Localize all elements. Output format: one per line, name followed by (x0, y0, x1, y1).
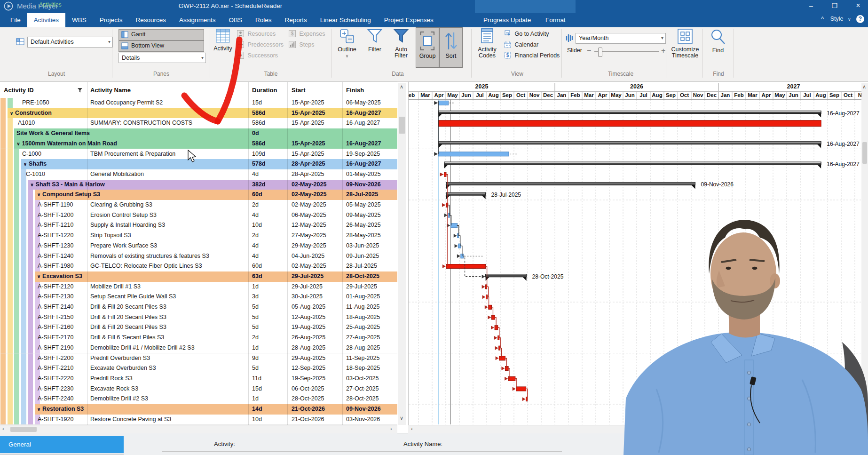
predecessors-button[interactable]: Predecessors (237, 41, 284, 51)
svg-text:Sep: Sep (502, 92, 512, 98)
slider-minus[interactable]: − (587, 47, 591, 55)
table-row[interactable]: A-SHFT-2210Excavate Overburden S35d12-Se… (0, 363, 397, 374)
table-row[interactable]: C-1010General Mobilization4d28-Apr-20250… (0, 169, 397, 180)
style-dropdown-icon[interactable]: ∨ (848, 17, 851, 22)
restore-button[interactable]: ❐ (825, 0, 844, 11)
svg-text:Jun: Jun (461, 92, 471, 98)
close-button[interactable]: × (849, 0, 868, 11)
calendar-button[interactable]: Calendar (504, 41, 538, 51)
table-row[interactable]: A-SHFT-2130Setup Secant Pile Guide Wall … (0, 292, 397, 303)
table-row[interactable]: ∨ Compound Setup S360d02-May-202528-Jul-… (0, 190, 397, 200)
table-row[interactable]: ∨ Restoration S314d21-Oct-202609-Nov-202… (0, 404, 397, 415)
gantt-toggle[interactable]: Gantt (118, 29, 204, 40)
table-row[interactable]: ∨ Construction586d15-Apr-202516-Aug-2027 (0, 108, 397, 119)
sort-toggle[interactable]: Sort (439, 27, 463, 68)
table-row[interactable]: C-1000TBM Procurement & Preparation109d1… (0, 149, 397, 160)
table-row[interactable]: A-SHFT-1220Strip Topsoil S32d27-May-2025… (0, 231, 397, 241)
gantt-chart[interactable]: 202520262027ebMarAprMayJunJulAugSepOctNo… (408, 81, 868, 433)
steps-button[interactable]: Steps (289, 41, 314, 51)
col-start[interactable]: Start (292, 87, 306, 94)
tab-format[interactable]: Format (539, 13, 572, 27)
filter-button[interactable]: Filter (363, 28, 387, 53)
table-row[interactable]: A-SHFT-2230Excavate Rock S315d06-Oct-202… (0, 384, 397, 395)
tab-linear-scheduling[interactable]: Linear Scheduling (314, 13, 378, 27)
tab-resources[interactable]: Resources (129, 13, 173, 27)
svg-text:16-Aug-2027: 16-Aug-2027 (827, 110, 860, 117)
layout-group-caption: Layout (19, 71, 94, 77)
help-icon[interactable]: ? (856, 15, 864, 23)
table-row[interactable]: A-SHFT-2160Drill & Fill 20 Secant Piles … (0, 322, 397, 333)
layout-select[interactable]: Default Activities▾ (27, 37, 113, 48)
table-row[interactable]: A-SHFT-2240Demobilize Drill #2 S31d28-Oc… (0, 394, 397, 405)
table-row[interactable]: A-SHFT-1210Supply & Install Hoarding S31… (0, 220, 397, 231)
table-row[interactable]: A-SHFT-2150Drill & Fill 20 Secant Piles … (0, 312, 397, 323)
col-activity-name[interactable]: Activity Name (90, 87, 131, 94)
tab-activities[interactable]: Activities (27, 13, 65, 27)
table-row[interactable]: A-SHFT-1240Removals of existing structur… (0, 251, 397, 262)
table-row[interactable]: ∨ 1500mm Watermain on Main Road586d15-Ap… (0, 139, 397, 150)
col-activity-id[interactable]: Activity ID (4, 87, 34, 94)
table-row[interactable]: ∨ Shaft S3 - Main & Harlow382d02-May-202… (0, 180, 397, 191)
outline-button[interactable]: Outline∨ (334, 28, 360, 59)
table-row[interactable]: A-SHFT-1920Restore Concrete Paving at S3… (0, 415, 397, 425)
tab-reports[interactable]: Reports (278, 13, 313, 27)
table-row[interactable]: A-SHFT-1230Prepare Work Surface S34d29-M… (0, 241, 397, 252)
tab-file[interactable]: File (4, 13, 27, 27)
bottom-view-toggle[interactable]: Bottom View (118, 40, 204, 52)
group-toggle[interactable]: Group (416, 27, 439, 68)
timescale-select[interactable]: Year/Month▾ (576, 33, 666, 44)
table-row[interactable]: A1010SUMMARY: CONSTRUCTION COSTS586d15-A… (0, 118, 397, 129)
tab-progress-update[interactable]: Progress Update (477, 13, 537, 27)
table-row[interactable]: ∨ Shafts578d28-Apr-202516-Aug-2027 (0, 159, 397, 170)
auto-filter-button[interactable]: Auto Filter (388, 28, 414, 59)
minimize-button[interactable]: – (802, 0, 821, 11)
svg-text:28-Oct-2025: 28-Oct-2025 (532, 273, 564, 280)
expenses-button[interactable]: $ Expenses (289, 30, 325, 40)
customize-timescale-button[interactable]: Customize Timescale (669, 28, 702, 59)
go-to-activity-button[interactable]: Go to Activity (504, 30, 549, 40)
tab-project-expenses[interactable]: Project Expenses (378, 13, 440, 27)
gantt-bar (438, 152, 509, 156)
slider-thumb[interactable] (598, 48, 602, 57)
col-duration[interactable]: Duration (252, 87, 277, 94)
gantt-vscrollbar[interactable]: ∧ (861, 83, 868, 425)
table-row[interactable]: A-SHFT-1190Clearing & Grubbing S32d02-Ma… (0, 200, 397, 211)
tab-projects[interactable]: Projects (93, 13, 129, 27)
table-row[interactable]: A-SHFT-2140Drill & Fill 20 Secant Piles … (0, 302, 397, 313)
collapse-ribbon-icon[interactable]: ^ (821, 16, 824, 22)
table-row[interactable]: A-SHFT-2170Drill & Fill 6 'Secant Piles … (0, 333, 397, 343)
svg-text:Nov: Nov (693, 92, 703, 98)
column-filter-icon[interactable] (77, 88, 83, 93)
activity-button[interactable]: Activity (212, 28, 234, 52)
col-finish[interactable]: Finish (346, 87, 364, 94)
table-row[interactable]: A-SHFT-2200Predrill Overburden S39d29-Au… (0, 353, 397, 364)
details-select[interactable]: Details▾ (118, 53, 206, 63)
tab-roles[interactable]: Roles (249, 13, 278, 27)
table-row[interactable]: A-SHFT-2220Predrill Rock S311d19-Sep-202… (0, 374, 397, 384)
style-button[interactable]: Style (830, 16, 844, 22)
tab-assignments[interactable]: Assignments (173, 13, 222, 27)
table-row[interactable]: PRE-1050Road Occupancy Permit S215d15-Ap… (0, 98, 397, 109)
table-row[interactable]: A-SHFT-1980GC-TELCO: Relocate Fiber Opti… (0, 261, 397, 272)
tab-wbs[interactable]: WBS (65, 13, 93, 27)
slider-track[interactable] (594, 51, 659, 52)
activity-table: Activity ID Activity Name Duration Start… (0, 81, 397, 425)
resources-button[interactable]: Resources (237, 30, 276, 40)
financial-periods-button[interactable]: $ Financial Periods (504, 52, 560, 62)
table-row[interactable]: A-SHFT-2120Mobilize Drill #1 S31d29-Jul-… (0, 282, 397, 293)
find-button[interactable]: Find (706, 28, 730, 54)
gantt-hscrollbar[interactable]: ‹ (408, 425, 861, 433)
activity-codes-button[interactable]: Activity Codes (474, 28, 500, 59)
table-row[interactable]: A-SHFT-2190Demobilize Drill #1 / Mobiliz… (0, 343, 397, 354)
table-row[interactable]: Site Work & General Items0d (0, 128, 397, 139)
successors-button[interactable]: Successors (237, 52, 278, 62)
table-row[interactable]: A-SHFT-1200Erosion Control Setup S34d06-… (0, 210, 397, 221)
table-row[interactable]: ∨ Excavation S363d29-Jul-202528-Oct-2025 (0, 271, 397, 282)
calendar-icon (504, 41, 511, 48)
slider-plus[interactable]: + (661, 47, 665, 55)
tab-general[interactable]: General (0, 436, 124, 453)
table-hscrollbar[interactable]: ‹ › (0, 425, 397, 433)
svg-text:2025: 2025 (475, 83, 489, 90)
tab-obs[interactable]: OBS (222, 13, 249, 27)
table-vscrollbar[interactable]: ∧ ∨ (398, 83, 406, 425)
